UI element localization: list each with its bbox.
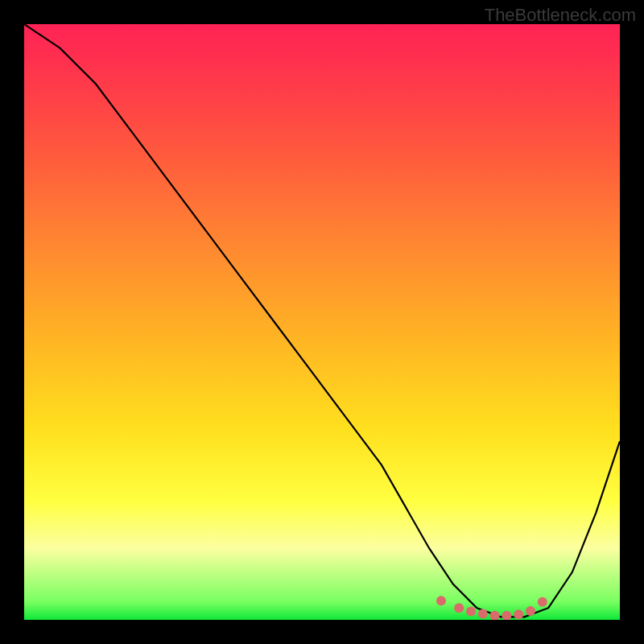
svg-point-5 [502,611,511,620]
bottleneck-curve-line [24,24,620,617]
svg-point-4 [490,611,500,620]
svg-point-0 [436,596,446,605]
svg-point-8 [538,597,547,607]
svg-point-2 [466,607,476,617]
svg-point-6 [514,609,523,619]
optimal-range-dots [436,596,547,620]
svg-point-7 [526,606,535,616]
plot-area [24,24,620,620]
watermark-text: TheBottleneck.com [485,5,636,26]
chart-frame [0,0,644,644]
chart-svg [24,24,620,620]
svg-point-1 [454,603,464,613]
svg-point-3 [478,609,488,619]
